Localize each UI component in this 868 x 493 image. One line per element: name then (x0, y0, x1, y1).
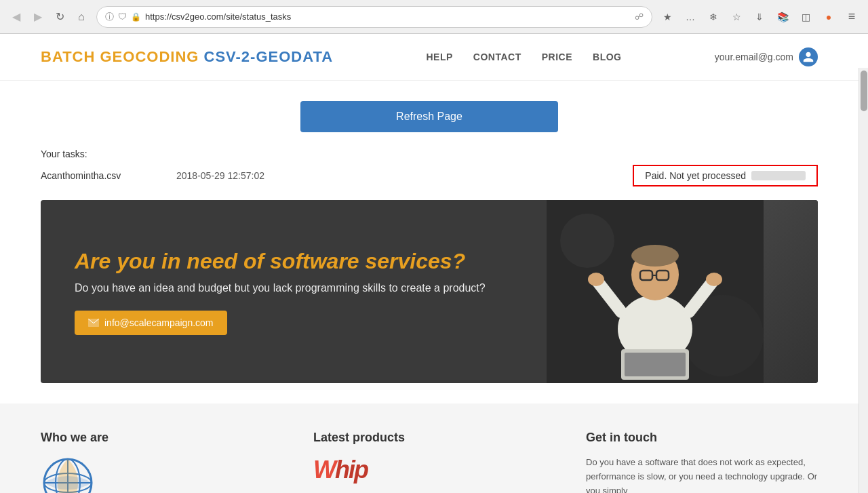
page-wrapper: BATCH GEOCODING CSV-2-GEODATA HELP CONTA… (0, 34, 859, 493)
main-content: Refresh Page Your tasks: Acanthomintha.c… (0, 81, 859, 403)
home-button[interactable]: ⌂ (72, 7, 91, 26)
refresh-page-button[interactable]: Refresh Page (300, 101, 558, 132)
main-nav: HELP CONTACT PRICE BLOG (427, 52, 622, 62)
scrollbar-thumb[interactable] (861, 71, 867, 111)
svg-point-12 (588, 273, 604, 286)
footer-area: Who we are Latest products (0, 403, 859, 493)
site-logo: BATCH GEOCODING CSV-2-GEODATA (41, 48, 333, 66)
tasks-section: Your tasks: Acanthomintha.csv 2018-05-29… (41, 149, 818, 186)
task-status-wrapper: Paid. Not yet processed (633, 165, 818, 186)
nav-contact[interactable]: CONTACT (473, 52, 521, 62)
shield-icon: 🛡 (118, 12, 127, 22)
browser-nav-buttons: ◀ ▶ ↻ ⌂ (7, 7, 91, 26)
reader-icon: ☍ (635, 12, 644, 22)
back-button[interactable]: ◀ (7, 7, 26, 26)
browser-chrome: ◀ ▶ ↻ ⌂ ⓘ 🛡 🔒 https://csv2geo.com/site/s… (0, 0, 868, 34)
banner-email-label: info@scalecampaign.com (104, 317, 214, 328)
logo-geocoding: GEOCODING (100, 48, 199, 65)
tasks-label: Your tasks: (41, 149, 818, 159)
globe-logo (41, 456, 95, 493)
logo-csv: CSV-2-GEODATA (204, 48, 334, 65)
bookmark-star-icon[interactable]: ☆ (727, 7, 746, 26)
refresh-button-container: Refresh Page (41, 101, 818, 132)
footer-col-contact: Get in touch Do you have a software that… (586, 431, 818, 493)
info-icon: ⓘ (105, 11, 114, 23)
task-progress-bar (751, 171, 806, 180)
firefox-button[interactable]: ● (819, 7, 838, 26)
svg-point-13 (706, 273, 722, 286)
menu-button[interactable]: ≡ (842, 7, 861, 26)
address-bar[interactable]: ⓘ 🛡 🔒 https://csv2geo.com/site/status_ta… (96, 6, 652, 28)
footer-contact-text: Do you have a software that does not wor… (586, 456, 818, 493)
task-row: Acanthomintha.csv 2018-05-29 12:57:02 Pa… (41, 165, 818, 186)
banner-ad: Are you in need of software services? Do… (41, 200, 818, 383)
banner-image (547, 200, 818, 383)
library-button[interactable]: 📚 (773, 7, 792, 26)
download-button[interactable]: ⇓ (750, 7, 769, 26)
lock-icon: 🔒 (131, 12, 141, 22)
nav-blog[interactable]: BLOG (593, 52, 621, 62)
footer-col-who-we-are: Who we are (41, 431, 273, 493)
task-date: 2018-05-29 12:57:02 (176, 170, 312, 181)
task-status-badge: Paid. Not yet processed (633, 165, 818, 186)
svg-point-6 (631, 245, 679, 267)
user-avatar-icon[interactable] (799, 47, 818, 66)
banner-content: Are you in need of software services? Do… (41, 222, 547, 362)
site-header: BATCH GEOCODING CSV-2-GEODATA HELP CONTA… (0, 34, 859, 81)
refresh-browser-button[interactable]: ↻ (50, 7, 69, 26)
user-area: your.email@g.com (715, 47, 818, 66)
nav-price[interactable]: PRICE (542, 52, 572, 62)
pocket-icon[interactable]: ❄ (704, 7, 723, 26)
browser-actions: ★ … ❄ ☆ ⇓ 📚 ◫ ● ≡ (658, 7, 861, 26)
url-text: https://csv2geo.com/site/status_tasks (145, 12, 631, 22)
forward-button[interactable]: ▶ (28, 7, 47, 26)
nav-help[interactable]: HELP (427, 52, 453, 62)
logo-batch: BATCH (41, 48, 95, 65)
scrollbar[interactable] (859, 68, 868, 493)
svg-point-2 (560, 214, 614, 268)
banner-email-button[interactable]: info@scalecampaign.com (75, 311, 227, 335)
svg-rect-15 (625, 353, 686, 376)
sidebar-button[interactable]: ◫ (796, 7, 815, 26)
banner-subtext: Do you have an idea and budget but you l… (75, 282, 513, 294)
footer-contact-title: Get in touch (586, 431, 818, 445)
task-filename: Acanthomintha.csv (41, 170, 163, 181)
footer-col-products: Latest products Whip WalkLists (313, 431, 545, 493)
footer-who-title: Who we are (41, 431, 273, 445)
task-status-text: Paid. Not yet processed (645, 170, 746, 181)
user-email: your.email@g.com (715, 52, 793, 62)
more-tools-button[interactable]: … (681, 7, 700, 26)
banner-heading: Are you in need of software services? (75, 249, 513, 274)
product-logo-hip: Whip (313, 456, 545, 484)
bookmark-icon[interactable]: ★ (658, 7, 677, 26)
footer-products-title: Latest products (313, 431, 545, 445)
